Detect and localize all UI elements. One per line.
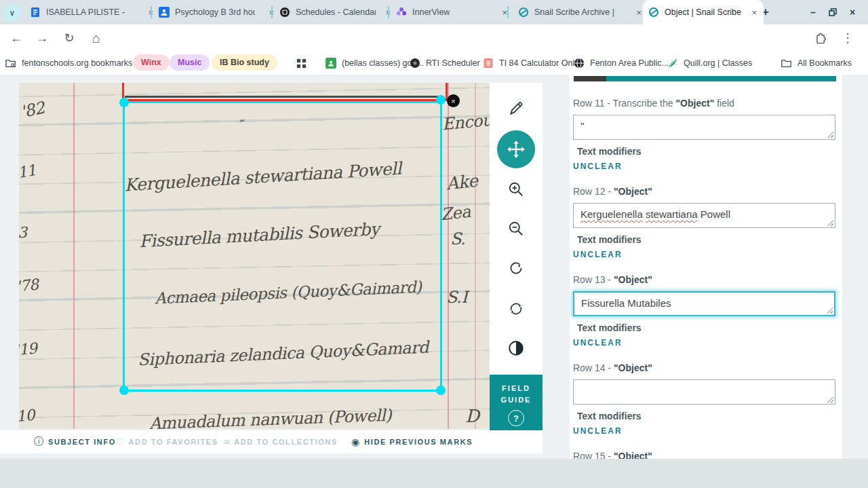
handwriting-right-col: Ake — [446, 171, 479, 194]
bookmark-ib-bio[interactable]: IB Bio study — [212, 54, 277, 71]
task-row-12: Row 12 - "Object" Kerguelenella stewarti… — [573, 186, 837, 201]
handwriting-right-col: Zea — [440, 202, 471, 224]
reset-view-button[interactable] — [501, 294, 531, 324]
invert-contrast-button[interactable] — [501, 333, 531, 363]
bookmark-rti-scheduler[interactable]: RTI Scheduler — [410, 54, 480, 72]
field-label: Row 13 - "Object" — [573, 274, 837, 289]
hide-previous-marks-button[interactable]: ◉ HIDE PREVIOUS MARKS — [351, 430, 473, 453]
browser-menu-button[interactable]: ⋮ — [838, 29, 857, 48]
rotate-icon — [507, 259, 525, 277]
resize-handle-ne[interactable] — [436, 95, 446, 105]
transcription-input-row14[interactable] — [573, 379, 835, 405]
handwriting-margin: '19 — [19, 339, 38, 358]
all-bookmarks-button[interactable]: All Bookmarks — [781, 54, 852, 72]
close-icon: × — [451, 97, 455, 105]
subject-image[interactable]: '82 11 3 '78 '19 10 ″ Kerguelenella stew… — [19, 83, 490, 429]
forward-button[interactable]: → — [33, 29, 52, 48]
google-classroom-icon — [326, 58, 336, 69]
bookmark-grid[interactable] — [296, 54, 307, 72]
delete-mark-button[interactable]: × — [447, 94, 460, 107]
field-label: Row 11 - Transcribe the "Object" field — [573, 98, 837, 113]
reload-button[interactable]: ↻ — [60, 29, 79, 48]
resize-handle-nw[interactable] — [119, 98, 129, 107]
move-icon — [507, 140, 526, 159]
text-modifiers-label: Text modifiers — [577, 322, 642, 333]
handwriting-right-col: S. — [450, 229, 465, 248]
field-guide-button[interactable]: FIELD GUIDE ? — [490, 375, 542, 430]
back-button[interactable]: ← — [7, 29, 26, 48]
quill-pen-icon — [667, 58, 678, 69]
tab-close-icon[interactable]: × — [750, 7, 758, 18]
task-row-11: Row 11 - Transcribe the "Object" field "… — [573, 98, 837, 113]
grid-icon — [296, 58, 307, 69]
bookmark-quill[interactable]: Quill.org | Classes — [667, 54, 752, 72]
forward-icon: → — [36, 31, 48, 45]
text-modifiers-label: Text modifiers — [577, 146, 642, 157]
resize-handle-sw[interactable] — [119, 386, 129, 395]
tab-close-icon[interactable]: × — [635, 7, 643, 18]
add-to-favorites-button[interactable]: ♡ ADD TO FAVORITES — [115, 430, 218, 453]
move-tool-button-active[interactable] — [497, 130, 535, 168]
zoom-out-button[interactable] — [501, 214, 531, 244]
kebab-menu-icon: ⋮ — [842, 31, 854, 45]
browser-toolbar: ← → ↻ ⌂ zooniverse.org/projects/skeogh17… — [0, 24, 868, 52]
bookmark-winx[interactable]: Winx — [133, 54, 170, 71]
transcription-input-row12[interactable]: Kerguelenella stewartiana Powell — [573, 203, 835, 228]
task-row-15: Row 15 - "Object" — [573, 451, 837, 459]
zoom-in-button[interactable] — [501, 174, 531, 204]
handwriting-right-col: Encou — [441, 111, 490, 134]
rti-icon — [410, 58, 420, 69]
text-modifiers-label: Text modifiers — [577, 234, 642, 245]
bookmark-fenton-public[interactable]: Fenton Area Public... — [574, 54, 669, 72]
handwriting-margin: 10 — [19, 407, 35, 426]
managed-folder-icon — [5, 58, 16, 69]
progress-bar — [574, 76, 836, 81]
unclear-button[interactable]: UNCLEAR — [573, 338, 623, 348]
transcription-input-row13-focused[interactable]: Fissurella Mutabiles — [573, 291, 835, 316]
tab-psychology[interactable]: Psychology B 3rd hou × — [153, 0, 281, 24]
tab-innerview[interactable]: InnerView × — [391, 0, 514, 24]
reset-rotation-icon — [507, 300, 525, 318]
resize-handle-se[interactable] — [436, 386, 446, 395]
tab-search-button[interactable]: ∨ — [3, 4, 21, 21]
progress-bar-segment — [574, 76, 606, 81]
chevron-down-icon: ∨ — [9, 8, 16, 18]
zoom-out-icon — [507, 220, 525, 238]
bookmark-managed-folder[interactable]: fentonschools.org bookmarks — [5, 54, 132, 72]
rotate-button[interactable] — [501, 253, 531, 283]
handwriting-margin: '78 — [19, 276, 39, 295]
extensions-button[interactable] — [811, 29, 830, 48]
tab-separator — [507, 6, 509, 18]
classroom-person-icon — [159, 7, 170, 18]
selection-rectangle[interactable] — [123, 101, 442, 392]
tab-snail-scribe-archive[interactable]: Snail Scribe Archive | Z × — [513, 0, 648, 24]
restore-icon — [829, 8, 837, 16]
unclear-button[interactable]: UNCLEAR — [573, 162, 623, 171]
bookmark-ti84[interactable]: TI 84 Calculator Onl... — [483, 54, 582, 72]
tab-isabella[interactable]: ISABELLA PILISTE - SU × — [24, 0, 160, 24]
restore-button[interactable] — [825, 5, 840, 19]
contrast-icon — [507, 339, 525, 357]
tab-separator — [151, 6, 152, 18]
home-button[interactable]: ⌂ — [87, 29, 106, 48]
target-icon: ◉ — [351, 436, 359, 447]
unclear-button[interactable]: UNCLEAR — [573, 426, 623, 436]
close-window-button[interactable]: × — [845, 5, 860, 19]
puzzle-icon — [814, 32, 827, 45]
zooniverse-icon — [518, 7, 529, 18]
handwriting-right-col: D — [465, 406, 479, 426]
transcription-input-row11[interactable]: " — [573, 115, 835, 140]
add-to-collections-button[interactable]: ≡ ADD TO COLLECTIONS — [224, 430, 338, 453]
subject-info-button[interactable]: ⓘ SUBJECT INFO — [34, 430, 116, 453]
unclear-button[interactable]: UNCLEAR — [573, 250, 623, 259]
tab-schedules[interactable]: Schedules - Calendar × — [274, 0, 397, 24]
ledger-rule-line — [448, 83, 449, 429]
tab-separator — [388, 6, 389, 18]
draw-tool-button[interactable] — [501, 94, 531, 124]
zooniverse-icon — [648, 7, 659, 18]
bookmark-music[interactable]: Music — [170, 54, 210, 71]
tab-object-active[interactable]: Object | Snail Scribe Ar × — [643, 0, 764, 24]
minimize-button[interactable]: – — [806, 5, 821, 19]
task-panel: Row 11 - Transcribe the "Object" field "… — [570, 75, 842, 459]
handwriting-margin: 3 — [19, 224, 27, 241]
